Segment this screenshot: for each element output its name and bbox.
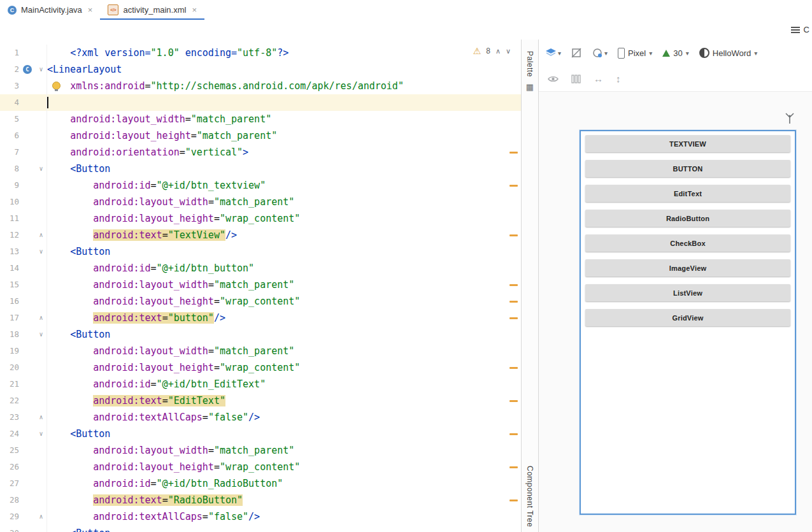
code-text[interactable]: android:layout_height="wrap_content" — [47, 459, 521, 475]
palette-stripe-button[interactable]: Palette — [525, 51, 534, 77]
view-options-button[interactable] — [548, 75, 559, 83]
code-text[interactable]: android:textAllCaps="false"/> — [47, 508, 521, 525]
preview-button[interactable]: TEXTVIEW — [585, 135, 790, 152]
next-issue-icon[interactable]: ∨ — [506, 47, 511, 55]
code-text[interactable]: <Button — [47, 326, 521, 343]
code-line[interactable]: 18∨ <Button — [0, 326, 521, 343]
code-text[interactable]: android:layout_width="match_parent" — [47, 442, 521, 459]
code-line[interactable]: 30 <Button — [0, 525, 521, 532]
code-line[interactable]: 26 android:layout_height="wrap_content" — [0, 459, 521, 475]
code-text[interactable]: <?xml version="1.0" encoding="utf-8"?> — [47, 45, 521, 61]
inspections-widget[interactable]: ⚠ 8 ∧ ∨ — [473, 47, 511, 55]
code-line[interactable]: 2C∨<LinearLayout — [0, 61, 521, 78]
design-canvas[interactable]: TEXTVIEWBUTTONEditTextRadioButtonCheckBo… — [539, 92, 812, 532]
code-editor[interactable]: 1 <?xml version="1.0" encoding="utf-8"?>… — [0, 40, 521, 532]
preview-button[interactable]: CheckBox — [585, 234, 790, 252]
code-line[interactable]: 3 xmlns:android="http://schemas.android.… — [0, 78, 521, 94]
code-text[interactable]: android:layout_height="wrap_content" — [47, 293, 521, 310]
code-line[interactable]: 16 android:layout_height="wrap_content" — [0, 293, 521, 310]
code-text[interactable]: android:id="@+id/btn_RadioButton" — [47, 475, 521, 492]
code-line[interactable]: 8∨ <Button — [0, 161, 521, 177]
code-line[interactable]: 29∧ android:textAllCaps="false"/> — [0, 508, 521, 525]
fold-marker[interactable]: ∧ — [36, 508, 47, 525]
vertical-constraint-icon[interactable]: ↕ — [616, 73, 621, 84]
code-text[interactable]: <Button — [47, 525, 521, 532]
editor-mode-label[interactable]: C — [804, 25, 809, 34]
device-selector[interactable]: Pixel ▾ — [618, 48, 652, 59]
guidelines-button[interactable] — [571, 75, 581, 83]
code-text[interactable]: android:text="RadioButton" — [47, 492, 521, 508]
component-tree-stripe-button[interactable]: Component Tree — [525, 466, 534, 527]
error-stripe-mark[interactable] — [509, 500, 518, 501]
menu-icon[interactable] — [791, 27, 800, 33]
code-line[interactable]: 28 android:text="RadioButton" — [0, 492, 521, 508]
code-line[interactable]: 9 android:id="@+id/btn_textview" — [0, 177, 521, 194]
code-text[interactable]: android:id="@+id/btn_textview" — [47, 177, 521, 194]
code-line[interactable]: 14 android:id="@+id/btn_button" — [0, 260, 521, 277]
error-stripe-mark[interactable] — [509, 185, 518, 187]
horizontal-constraint-icon[interactable]: ↔ — [594, 73, 603, 84]
tab-activity-main-xml[interactable]: </> activity_main.xml × — [100, 0, 204, 20]
code-text[interactable]: android:layout_height="match_parent" — [47, 127, 521, 144]
code-line[interactable]: 11 android:layout_height="wrap_content" — [0, 210, 521, 227]
preview-button[interactable]: BUTTON — [585, 160, 790, 177]
design-surface-button[interactable]: ▾ — [545, 48, 561, 58]
error-stripe-mark[interactable] — [509, 317, 518, 319]
code-text[interactable]: xmlns:android="http://schemas.android.co… — [47, 78, 521, 94]
fold-marker[interactable]: ∨ — [36, 161, 47, 177]
code-text[interactable]: <Button — [47, 161, 521, 177]
code-line[interactable]: 19 android:layout_width="match_parent" — [0, 343, 521, 359]
close-tab-icon[interactable]: × — [88, 5, 93, 15]
preview-button[interactable]: ListView — [585, 284, 790, 301]
code-line[interactable]: 22 android:text="EditText" — [0, 392, 521, 409]
code-text[interactable]: android:id="@+id/btn_button" — [47, 260, 521, 277]
fold-marker[interactable]: ∨ — [36, 243, 47, 260]
error-stripe-mark[interactable] — [509, 284, 518, 286]
device-preview-frame[interactable]: TEXTVIEWBUTTONEditTextRadioButtonCheckBo… — [580, 130, 796, 515]
close-tab-icon[interactable]: × — [192, 5, 197, 15]
code-text[interactable]: <LinearLayout — [47, 61, 521, 78]
code-text[interactable]: android:textAllCaps="false"/> — [47, 409, 521, 426]
preview-button[interactable]: EditText — [585, 185, 790, 202]
code-text[interactable]: android:text="button"/> — [47, 310, 521, 326]
preview-button[interactable]: ImageView — [585, 259, 790, 277]
code-text[interactable]: android:orientation="vertical"> — [47, 144, 521, 161]
code-line[interactable]: 20 android:layout_height="wrap_content" — [0, 359, 521, 376]
error-stripe-mark[interactable] — [509, 234, 518, 236]
code-line[interactable]: 5 android:layout_width="match_parent" — [0, 111, 521, 127]
preview-button[interactable]: GridView — [585, 309, 790, 326]
fold-marker[interactable]: ∧ — [36, 310, 47, 326]
fold-marker[interactable]: ∧ — [36, 227, 47, 243]
fold-marker[interactable]: ∧ — [36, 409, 47, 426]
error-stripe-mark[interactable] — [509, 400, 518, 402]
code-line[interactable]: 17∧ android:text="button"/> — [0, 310, 521, 326]
error-stripe-mark[interactable] — [509, 433, 518, 435]
error-stripe-mark[interactable] — [509, 367, 518, 369]
blueprint-toggle-button[interactable] — [571, 48, 582, 58]
code-line[interactable]: 25 android:layout_width="match_parent" — [0, 442, 521, 459]
code-line[interactable]: 6 android:layout_height="match_parent" — [0, 127, 521, 144]
palette-icon[interactable]: ▦ — [526, 82, 534, 92]
code-text[interactable]: <Button — [47, 243, 521, 260]
code-line[interactable]: 4 — [0, 94, 521, 111]
code-text[interactable]: android:layout_width="match_parent" — [47, 111, 521, 127]
code-line[interactable]: 24∨ <Button — [0, 426, 521, 442]
code-line[interactable]: 1 <?xml version="1.0" encoding="utf-8"?> — [0, 45, 521, 61]
theme-selector[interactable]: HelloWord ▾ — [699, 48, 757, 58]
code-line[interactable]: 27 android:id="@+id/btn_RadioButton" — [0, 475, 521, 492]
code-line[interactable]: 21 android:id="@+id/btn_EditText" — [0, 376, 521, 392]
quickfix-bulb-icon[interactable] — [52, 82, 61, 90]
tab-mainactivity[interactable]: C MainActivity.java × — [0, 0, 100, 20]
code-line[interactable]: 10 android:layout_width="match_parent" — [0, 194, 521, 210]
code-text[interactable]: android:text="EditText" — [47, 392, 521, 409]
code-line[interactable]: 23∧ android:textAllCaps="false"/> — [0, 409, 521, 426]
prev-issue-icon[interactable]: ∧ — [495, 47, 501, 55]
code-text[interactable]: android:id="@+id/btn_EditText" — [47, 376, 521, 392]
code-line[interactable]: 12∧ android:text="TextView"/> — [0, 227, 521, 243]
error-stripe-mark[interactable] — [509, 152, 518, 154]
preview-button[interactable]: RadioButton — [585, 210, 790, 227]
code-line[interactable]: 7 android:orientation="vertical"> — [0, 144, 521, 161]
error-stripe-mark[interactable] — [509, 301, 518, 303]
code-text[interactable]: <Button — [47, 426, 521, 442]
fold-marker[interactable]: ∨ — [36, 426, 47, 442]
